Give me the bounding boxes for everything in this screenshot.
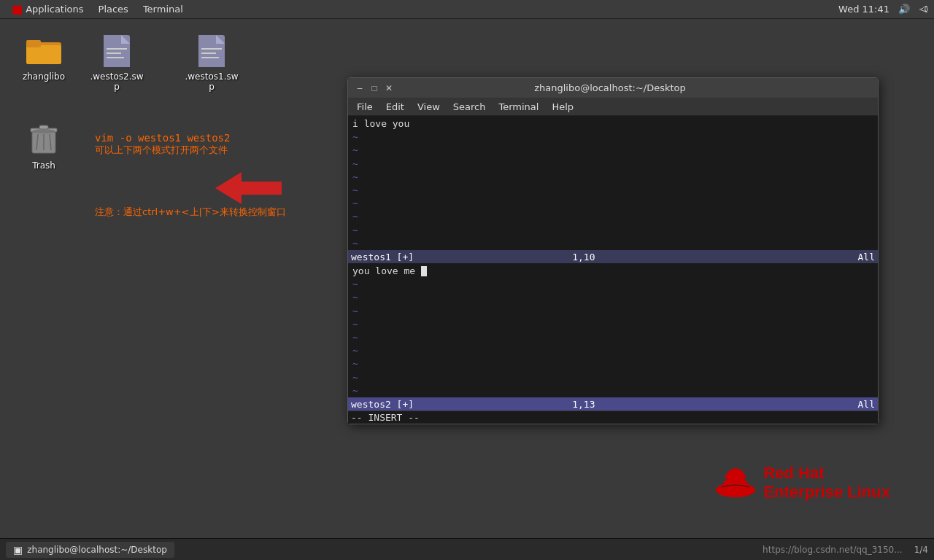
terminal-icon-small: ▣: [13, 544, 23, 556]
volume-icon[interactable]: 🔊: [898, 4, 910, 15]
terminal-content[interactable]: i love you ~ ~ ~ ~ ~ ~ ~ ~ ~ westos1 [+]…: [348, 116, 878, 424]
taskbar-url: https://blog.csdn.net/qq_3150...: [763, 545, 903, 555]
folder-label: zhanglibo: [23, 71, 65, 82]
term-search-menu[interactable]: Search: [447, 100, 492, 114]
svg-rect-12: [201, 48, 222, 50]
vim-cursor: [421, 266, 427, 276]
redhat-logo: Red Hat Enterprise Linux: [716, 464, 890, 502]
clock: Wed 11:41: [838, 4, 889, 15]
vim-pane1[interactable]: i love you ~ ~ ~ ~ ~ ~ ~ ~ ~: [348, 116, 878, 250]
svg-rect-17: [39, 125, 48, 129]
file-icon-westos2: [99, 34, 134, 69]
places-label: Places: [99, 4, 128, 15]
taskbar: ▣ zhanglibo@localhost:~/Desktop https://…: [0, 538, 934, 560]
annotation-ctrl-text: 注意：通过ctrl+w+<上|下>来转换控制窗口: [95, 205, 286, 219]
maximize-button[interactable]: □: [368, 82, 380, 94]
vim-pane1-tilde5: ~: [352, 184, 873, 197]
trash-icon: [26, 122, 61, 158]
vim-pane1-tilde6: ~: [352, 197, 873, 210]
desktop-icon-westos1swp[interactable]: .westos1.swp: [182, 34, 241, 92]
vim-status-bar2: westos2 [+] 1,13 All: [348, 397, 878, 411]
vim-pane2-tilde8: ~: [352, 371, 873, 384]
term-file-menu[interactable]: File: [351, 100, 379, 114]
applications-menu[interactable]: ■ Applications: [6, 1, 90, 18]
vim-pane2-tilde4: ~: [352, 318, 873, 331]
vim-pane2-tilde1: ~: [352, 278, 873, 291]
annotation-ctrl-tip: 注意：通过ctrl+w+<上|下>来转换控制窗口: [95, 205, 286, 219]
redhat-hat-icon: [716, 467, 756, 499]
terminal-menu-top[interactable]: Terminal: [137, 2, 189, 16]
vim-cmdline: -- INSERT --: [348, 411, 878, 424]
desktop-icon-westos2swp[interactable]: .westos2.swp: [88, 34, 146, 92]
desktop-icon-zhanglibo[interactable]: zhanglibo: [15, 34, 73, 82]
vim-pos2: 1,13: [572, 399, 595, 410]
vim-pane2-tilde6: ~: [352, 344, 873, 357]
vim-pane2-tilde7: ~: [352, 357, 873, 370]
svg-point-21: [32, 129, 55, 133]
file-icon-westos1: [194, 34, 229, 69]
power-icon[interactable]: ⏿: [919, 4, 928, 15]
vim-pane2-tilde5: ~: [352, 331, 873, 344]
trash-label: Trash: [32, 160, 55, 171]
vim-pane1-tilde8: ~: [352, 224, 873, 237]
svg-rect-8: [107, 57, 124, 58]
menubar-right: Wed 11:41 🔊 ⏿: [838, 4, 928, 15]
terminal-menu-bar: File Edit View Search Terminal Help: [348, 98, 878, 116]
vim-status-right1: 1,10 All: [572, 252, 875, 262]
annotation-vim-command: vim -o westos1 westos2 可以上下两个模式打开两个文件: [95, 132, 230, 157]
term-help-menu[interactable]: Help: [546, 100, 579, 114]
menubar: ■ Applications Places Terminal Wed 11:41…: [0, 0, 934, 19]
redhat-text-line2: Enterprise Linux: [763, 483, 890, 502]
annotation-line1: vim -o westos1 westos2: [95, 132, 230, 144]
svg-point-23: [719, 484, 752, 494]
close-button[interactable]: ✕: [383, 82, 395, 94]
vim-pane1-tilde7: ~: [352, 210, 873, 223]
vim-pane1-line1: i love you: [352, 117, 873, 131]
svg-rect-1: [26, 45, 61, 64]
vim-pane2-tilde3: ~: [352, 305, 873, 318]
vim-pane2[interactable]: you love me ~ ~ ~ ~ ~ ~ ~ ~ ~: [348, 263, 878, 397]
taskbar-window-label: zhanglibo@localhost:~/Desktop: [27, 545, 167, 555]
svg-rect-2: [26, 40, 41, 47]
desktop: zhanglibo .westos2.swp: [0, 19, 934, 538]
term-edit-menu[interactable]: Edit: [380, 100, 410, 114]
minimize-button[interactable]: –: [354, 82, 366, 94]
vim-status-right2: 1,13 All: [572, 399, 875, 410]
vim-pane2-tilde2: ~: [352, 291, 873, 304]
file-label-westos2swp: .westos2.swp: [88, 71, 146, 92]
file-label-westos1swp: .westos1.swp: [182, 71, 241, 92]
vim-status-bar1: westos1 [+] 1,10 All: [348, 250, 878, 263]
vim-status-left1: westos1 [+]: [351, 252, 414, 262]
terminal-window: – □ ✕ zhanglibo@localhost:~/Desktop File…: [347, 77, 879, 424]
terminal-window-controls: – □ ✕: [354, 82, 395, 94]
terminal-label: Terminal: [143, 4, 183, 15]
vim-allpos2: All: [858, 399, 875, 410]
svg-rect-6: [107, 48, 127, 50]
redhat-icon: ■: [12, 2, 23, 16]
vim-pane1-tilde2: ~: [352, 144, 873, 157]
vim-mode-text: -- INSERT --: [351, 412, 420, 423]
vim-pane2-tilde9: ~: [352, 384, 873, 397]
svg-rect-13: [201, 52, 216, 54]
svg-rect-7: [107, 52, 121, 54]
taskbar-right: https://blog.csdn.net/qq_3150... 1/4: [763, 545, 928, 555]
folder-icon: [26, 34, 61, 69]
taskbar-active-window[interactable]: ▣ zhanglibo@localhost:~/Desktop: [6, 542, 174, 558]
svg-rect-14: [201, 57, 219, 58]
term-view-menu[interactable]: View: [412, 100, 446, 114]
vim-status-left2: westos2 [+]: [351, 399, 414, 410]
desktop-icon-trash[interactable]: Trash: [15, 122, 73, 171]
terminal-title: zhanglibo@localhost:~/Desktop: [395, 82, 825, 93]
vim-pane2-line1: you love me: [352, 265, 873, 278]
places-menu[interactable]: Places: [93, 2, 134, 16]
vim-pane1-tilde4: ~: [352, 171, 873, 184]
term-terminal-menu[interactable]: Terminal: [493, 100, 544, 114]
terminal-titlebar: – □ ✕ zhanglibo@localhost:~/Desktop: [348, 78, 878, 98]
annotation-arrow: [215, 172, 282, 204]
vim-pane1-tilde3: ~: [352, 158, 873, 171]
vim-pos1: 1,10: [572, 252, 595, 262]
vim-pane1-tilde1: ~: [352, 131, 873, 144]
vim-allpos1: All: [858, 252, 875, 262]
redhat-text-line1: Red Hat: [763, 464, 890, 483]
annotation-line2: 可以上下两个模式打开两个文件: [95, 144, 230, 157]
